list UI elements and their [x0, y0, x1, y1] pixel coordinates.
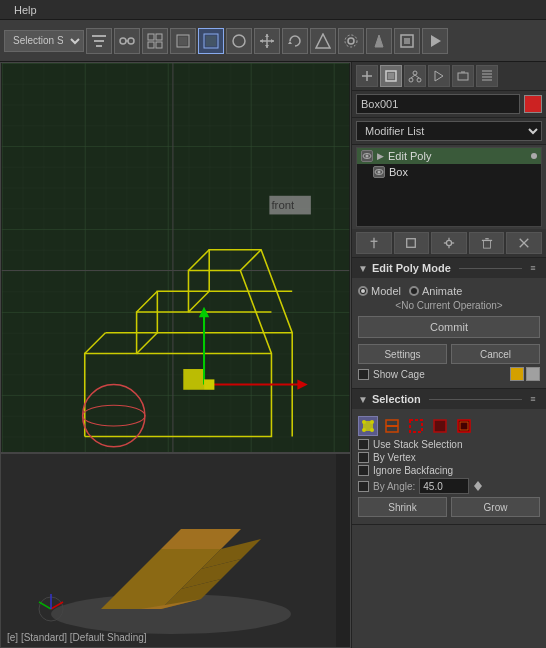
mod-label-editpoly: Edit Poly: [388, 150, 431, 162]
svg-point-106: [370, 428, 374, 432]
svg-rect-44: [183, 369, 204, 390]
section-title-edit-poly-mode: Edit Poly Mode: [372, 262, 451, 274]
section-header-edit-poly-mode[interactable]: ▼ Edit Poly Mode ≡: [352, 258, 546, 278]
toolbar-btn-region[interactable]: [226, 28, 252, 54]
grow-button[interactable]: Grow: [451, 497, 540, 517]
menu-help[interactable]: Help: [6, 4, 45, 16]
section-divider-sel: [429, 399, 522, 400]
panel-btn-utilities[interactable]: [476, 65, 498, 87]
by-vertex-checkbox[interactable]: [358, 452, 369, 463]
object-color-swatch[interactable]: [524, 95, 542, 113]
right-panel: Modifier List ▶ Edit Poly Box: [351, 62, 546, 648]
sel-icon-vertex[interactable]: [358, 416, 378, 436]
panel-btn-modify[interactable]: [380, 65, 402, 87]
sel-icon-edge[interactable]: [382, 416, 402, 436]
modifier-list-row: Modifier List: [352, 118, 546, 145]
radio-animate[interactable]: Animate: [409, 285, 462, 297]
svg-marker-17: [265, 34, 269, 37]
mod-item-editpoly[interactable]: ▶ Edit Poly: [357, 148, 541, 164]
svg-rect-110: [434, 420, 446, 432]
section-arrow-selection: ▼: [358, 394, 368, 405]
toolbar-btn-move[interactable]: [254, 28, 280, 54]
section-selection: ▼ Selection ≡: [352, 389, 546, 525]
stack-btn-cut[interactable]: [506, 232, 542, 254]
panel-btn-hierarchy[interactable]: [404, 65, 426, 87]
mod-item-box[interactable]: Box: [357, 164, 541, 180]
sel-icon-element[interactable]: [454, 416, 474, 436]
stack-btn-delete[interactable]: [469, 232, 505, 254]
ignore-backfacing-row: Ignore Backfacing: [358, 465, 540, 476]
viewport-top[interactable]: [Standard] [Wireframe]: [0, 62, 351, 453]
stack-btn-config[interactable]: [431, 232, 467, 254]
viewport-bottom[interactable]: [e] [Standard] [Default Shading]: [0, 453, 351, 648]
svg-marker-18: [265, 45, 269, 48]
svg-rect-109: [410, 420, 422, 432]
svg-point-104: [370, 420, 374, 424]
panel-btn-display[interactable]: [452, 65, 474, 87]
shrink-button[interactable]: Shrink: [358, 497, 447, 517]
object-name-row: [352, 91, 546, 118]
use-stack-checkbox[interactable]: [358, 439, 369, 450]
section-menu-btn-edit-poly-mode[interactable]: ≡: [526, 261, 540, 275]
svg-line-75: [411, 75, 415, 78]
section-content-edit-poly-mode: Model Animate <No Current Operation> Com…: [352, 278, 546, 388]
sel-icon-polygon[interactable]: [430, 416, 450, 436]
object-name-input[interactable]: [356, 94, 520, 114]
show-cage-checkbox[interactable]: [358, 369, 369, 380]
angle-spinner[interactable]: [473, 479, 483, 493]
section-menu-btn-selection[interactable]: ≡: [526, 392, 540, 406]
show-cage-row: Show Cage: [358, 367, 540, 381]
toolbar-btn-light[interactable]: [366, 28, 392, 54]
toolbar-btn-bbox[interactable]: [170, 28, 196, 54]
stack-btn-show[interactable]: [394, 232, 430, 254]
toolbar-btn-settings[interactable]: [338, 28, 364, 54]
toolbar-btn-render[interactable]: [422, 28, 448, 54]
cancel-button[interactable]: Cancel: [451, 344, 540, 364]
panel-btn-motion[interactable]: [428, 65, 450, 87]
svg-marker-25: [375, 35, 383, 47]
modifier-list-dropdown[interactable]: Modifier List: [356, 121, 542, 141]
cage-swatch-1[interactable]: [510, 367, 524, 381]
svg-rect-78: [458, 73, 468, 80]
toolbar-btn-grid[interactable]: [142, 28, 168, 54]
by-angle-checkbox[interactable]: [358, 481, 369, 492]
toolbar-btn-scale[interactable]: [310, 28, 336, 54]
svg-point-103: [362, 420, 366, 424]
cage-swatches: [510, 367, 540, 381]
ignore-backfacing-checkbox[interactable]: [358, 465, 369, 476]
cage-swatch-2[interactable]: [526, 367, 540, 381]
toolbar-btn-bind[interactable]: [114, 28, 140, 54]
section-header-selection[interactable]: ▼ Selection ≡: [352, 389, 546, 409]
svg-rect-71: [388, 73, 394, 79]
viewport-bottom-label: [e] [Standard] [Default Shading]: [7, 632, 147, 643]
settings-button[interactable]: Settings: [358, 344, 447, 364]
commit-button[interactable]: Commit: [358, 316, 540, 338]
modifier-stack: ▶ Edit Poly Box: [356, 147, 542, 227]
radio-animate-label: Animate: [422, 285, 462, 297]
mode-radio-row: Model Animate: [358, 285, 540, 297]
svg-rect-13: [206, 36, 216, 46]
toolbar-btn-select[interactable]: [198, 28, 224, 54]
radio-model[interactable]: Model: [358, 285, 401, 297]
by-angle-input[interactable]: [419, 478, 469, 494]
svg-point-4: [128, 38, 134, 44]
sel-icon-border[interactable]: [406, 416, 426, 436]
current-operation: <No Current Operation>: [358, 300, 540, 311]
radio-model-label: Model: [371, 285, 401, 297]
svg-rect-97: [483, 240, 490, 248]
selection-dropdown[interactable]: Selection Se: [4, 30, 84, 52]
svg-rect-91: [407, 239, 416, 248]
mod-eye-box[interactable]: [373, 166, 385, 178]
toolbar-btn-filter[interactable]: [86, 28, 112, 54]
stack-btn-pin[interactable]: [356, 232, 392, 254]
toolbar-btn-material[interactable]: [394, 28, 420, 54]
mod-label-box: Box: [389, 166, 408, 178]
svg-point-74: [417, 78, 421, 82]
by-angle-row: By Angle:: [358, 478, 540, 494]
svg-marker-19: [260, 39, 263, 43]
toolbar-btn-rotate[interactable]: [282, 28, 308, 54]
mod-eye-editpoly[interactable]: [361, 150, 373, 162]
panel-btn-plus[interactable]: [356, 65, 378, 87]
section-divider: [459, 268, 522, 269]
svg-marker-77: [435, 71, 443, 81]
